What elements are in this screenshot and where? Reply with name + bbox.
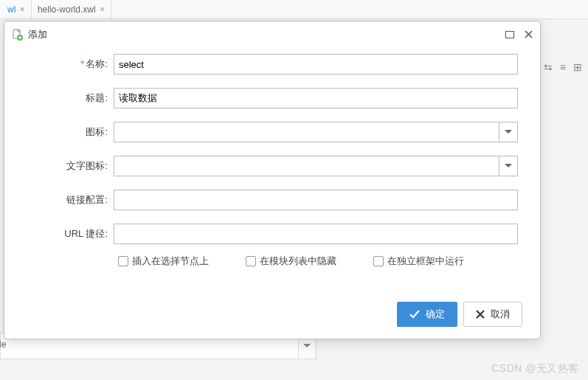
check-icon xyxy=(409,310,420,319)
url-label: URL 捷径: xyxy=(27,227,114,241)
close-icon[interactable]: × xyxy=(100,4,106,15)
link-label: 链接配置: xyxy=(27,193,114,207)
checkbox-box[interactable] xyxy=(246,256,256,266)
tab-label: wl xyxy=(7,4,15,15)
icon-field[interactable] xyxy=(114,122,499,142)
chevron-down-icon xyxy=(505,164,512,168)
add-modal: 添加 *名称: 标题: 图标: 文字图标: xyxy=(4,21,541,339)
toolbar-icon[interactable]: ⇆ xyxy=(544,61,553,73)
toolbar-icon[interactable]: ≡ xyxy=(560,61,566,73)
chevron-down-icon xyxy=(303,344,311,348)
tab-label: hello-world.xwl xyxy=(38,4,96,15)
ok-label: 确定 xyxy=(426,308,445,321)
svg-rect-2 xyxy=(506,31,514,38)
cancel-button[interactable]: 取消 xyxy=(463,302,522,327)
toolbar-icon[interactable]: ⊞ xyxy=(573,61,582,73)
checkbox-row: 插入在选择节点上 在模块列表中隐藏 在独立框架中运行 xyxy=(27,255,518,268)
texticon-field[interactable] xyxy=(114,156,499,176)
title-label: 标题: xyxy=(27,91,114,105)
name-field[interactable] xyxy=(114,54,518,75)
icon-label: 图标: xyxy=(27,125,114,139)
name-label: *名称: xyxy=(27,58,114,71)
modal-header: 添加 xyxy=(4,21,540,48)
checkbox-box[interactable] xyxy=(373,256,384,266)
texticon-label: 文字图标: xyxy=(27,159,114,173)
checkbox-label: 插入在选择节点上 xyxy=(132,255,209,268)
title-field[interactable] xyxy=(114,88,518,108)
ok-button[interactable]: 确定 xyxy=(397,302,457,327)
texticon-dropdown-trigger[interactable] xyxy=(499,156,518,176)
checkbox-insert[interactable]: 插入在选择节点上 xyxy=(118,255,209,268)
cancel-label: 取消 xyxy=(491,308,510,321)
close-icon xyxy=(476,310,485,319)
modal-body: *名称: 标题: 图标: 文字图标: xyxy=(4,48,540,268)
tabs-bar: wl × hello-world.xwl × xyxy=(0,0,588,19)
watermark: CSDN @无又热客 xyxy=(491,362,579,376)
partial-text: le xyxy=(0,339,6,350)
chevron-down-icon xyxy=(505,130,512,134)
url-field[interactable] xyxy=(114,224,518,244)
modal-title: 添加 xyxy=(28,28,495,41)
tab-hello-world[interactable]: hello-world.xwl × xyxy=(32,0,111,18)
close-icon[interactable]: × xyxy=(19,4,25,15)
add-file-icon xyxy=(12,29,24,41)
checkbox-hide[interactable]: 在模块列表中隐藏 xyxy=(246,255,336,268)
maximize-icon[interactable] xyxy=(505,30,514,41)
checkbox-label: 在独立框架中运行 xyxy=(387,255,464,268)
checkbox-frame[interactable]: 在独立框架中运行 xyxy=(373,255,464,268)
right-toolbar: ⇆ ≡ ⊞ xyxy=(544,61,582,73)
checkbox-box[interactable] xyxy=(118,256,128,266)
close-icon[interactable] xyxy=(525,30,533,41)
link-field[interactable] xyxy=(114,190,518,210)
tab-wl[interactable]: wl × xyxy=(1,0,32,18)
icon-dropdown-trigger[interactable] xyxy=(499,122,518,142)
checkbox-label: 在模块列表中隐藏 xyxy=(260,255,336,268)
modal-footer: 确定 取消 xyxy=(397,302,522,327)
